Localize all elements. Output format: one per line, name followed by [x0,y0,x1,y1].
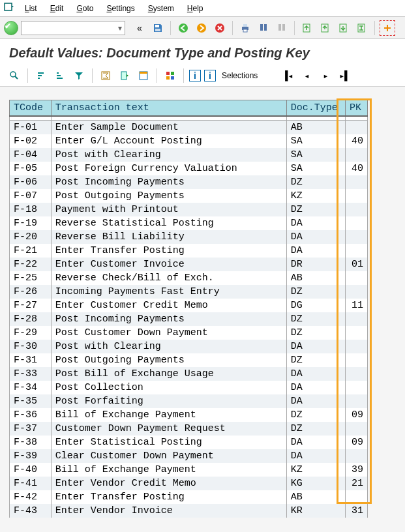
cell-doctype: DA [286,244,345,258]
table-row[interactable]: F-29Post Customer Down PaymentDZ [10,326,368,340]
col-doctype[interactable]: Doc.Type [286,100,345,117]
layout-icon[interactable] [136,68,151,83]
table-row[interactable]: F-02Enter G/L Account PostingSA40 [10,134,368,148]
table-row[interactable]: F-37Customer Down Payment RequestDZ [10,422,368,436]
table-row[interactable]: F-20Reverse Bill LiabilityDA [10,230,368,244]
cell-text: Bill of Exchange Payment [51,408,286,422]
table-row[interactable]: F-05Post Foreign Currency ValuationSA40 [10,162,368,175]
grid-icon[interactable] [162,68,178,83]
prev-page-icon[interactable] [318,20,333,36]
table-row[interactable]: F-39Clear Customer Down PaymentDA [10,449,368,463]
collapse-icon[interactable]: « [132,20,147,36]
col-pk[interactable]: PK [346,100,368,117]
table-row[interactable]: F-42Enter Transfer PostingAB [10,490,368,504]
nav-last-icon[interactable]: ▸▌ [337,68,352,83]
table-row[interactable]: F-28Post Incoming PaymentsDZ [10,312,368,326]
table-row[interactable]: F-38Enter Statistical PostingDA09 [10,436,368,449]
table-row[interactable]: F-35Post ForfaitingDA [10,394,368,408]
first-page-icon[interactable] [299,20,315,36]
cell-doctype: KZ [286,463,345,477]
col-text[interactable]: Transaction text [51,100,286,117]
table-row[interactable]: F-33Post Bill of Exchange UsageDA [10,367,368,381]
cell-tcode: F-29 [10,326,52,340]
print-icon[interactable] [237,20,253,36]
table-row[interactable]: F-26Incoming Payments Fast EntryDZ [10,285,368,299]
filter-icon[interactable] [71,68,87,83]
cell-doctype: KZ [286,189,345,203]
sort-desc-icon[interactable] [52,68,68,83]
total-icon[interactable] [98,68,113,83]
system-toolbar: ✔ ▾ « [0,17,405,39]
table-row[interactable]: F-25Reverse Check/Bill of Exch.AB [10,271,368,285]
cell-pk [346,189,368,203]
enter-button[interactable]: ✔ [4,21,18,35]
table-row[interactable]: F-30Post with ClearingDA [10,340,368,353]
svg-point-3 [179,23,188,33]
cell-text: Post Incoming Payments [51,312,286,326]
cell-pk: 01 [346,258,368,271]
table-row[interactable]: F-41Enter Vendor Credit MemoKG21 [10,477,368,490]
details-icon[interactable] [7,68,22,83]
command-field[interactable]: ▾ [21,21,125,35]
cell-pk [346,367,368,381]
table-row[interactable]: F-07Post Outgoing PaymentsKZ [10,189,368,203]
table-row[interactable]: F-43Enter Vendor InvoiceKR31 [10,504,368,518]
menu-help[interactable]: Help [181,1,210,16]
table-row[interactable]: F-04Post with ClearingSA [10,148,368,162]
nav-next-icon[interactable]: ▸ [318,68,333,83]
info2-icon[interactable]: i [204,70,216,81]
svg-rect-10 [264,24,267,31]
table-row[interactable]: F-40Bill of Exchange PaymentKZ39 [10,463,368,477]
cell-doctype: SA [286,162,345,175]
menu-list[interactable]: List [18,1,44,16]
title-area: Default Values: Document Type and Postin… [0,39,405,65]
table-row[interactable]: F-06Post Incoming PaymentsDZ [10,175,368,189]
nav-first-icon[interactable]: ▐◂ [280,68,295,83]
last-page-icon[interactable] [354,20,370,36]
menu-icon[interactable] [4,2,14,14]
svg-rect-7 [243,24,247,27]
cell-tcode: F-19 [10,216,52,230]
cell-pk: 39 [346,463,368,477]
cell-text: Enter Sample Document [51,120,286,134]
menu-edit[interactable]: Edit [44,1,70,16]
nav-prev-icon[interactable]: ◂ [299,68,314,83]
cell-pk [346,216,368,230]
table-row[interactable]: F-31Post Outgoing PaymentsDZ [10,353,368,367]
table-row[interactable]: F-22Enter Customer InvoiceDR01 [10,258,368,271]
find-icon[interactable] [256,20,271,36]
cell-tcode: F-28 [10,312,52,326]
save-icon[interactable] [150,20,166,36]
col-tcode[interactable]: TCode [10,100,52,117]
cell-pk: 40 [346,162,368,175]
table-row[interactable]: F-18Payment with PrintoutDZ [10,203,368,216]
cell-doctype: DZ [286,422,345,436]
cell-text: Reverse Bill Liability [51,230,286,244]
table-row[interactable]: F-34Post CollectionDA [10,381,368,394]
table-row[interactable]: F-21Enter Transfer PostingDA [10,244,368,258]
cell-tcode: F-21 [10,244,52,258]
menu-system[interactable]: System [142,1,181,16]
table-row[interactable]: F-27Enter Customer Credit MemoDG11 [10,299,368,312]
table-row[interactable]: F-01Enter Sample DocumentAB [10,120,368,134]
table-row[interactable]: F-36Bill of Exchange PaymentDZ09 [10,408,368,422]
export-icon[interactable] [117,68,132,83]
back-icon[interactable] [175,20,191,36]
cell-text: Enter Statistical Posting [51,436,286,449]
new-session-icon[interactable] [380,20,395,36]
menu-goto[interactable]: Goto [70,1,100,16]
cell-text: Payment with Printout [51,203,286,216]
info-icon[interactable]: i [189,70,201,81]
sort-asc-icon[interactable] [33,68,49,83]
cell-tcode: F-04 [10,148,52,162]
cell-doctype: AB [286,271,345,285]
alv-table[interactable]: TCode Transaction text Doc.Type PK F-01E… [9,100,368,518]
cell-doctype: SA [286,148,345,162]
table-row[interactable]: F-19Reverse Statistical PostingDA [10,216,368,230]
next-page-icon[interactable] [336,20,352,36]
menu-settings[interactable]: Settings [100,1,141,16]
svg-rect-11 [278,24,281,31]
exit-icon[interactable] [194,20,209,36]
cancel-icon[interactable] [212,20,228,36]
find-next-icon[interactable] [274,20,290,36]
